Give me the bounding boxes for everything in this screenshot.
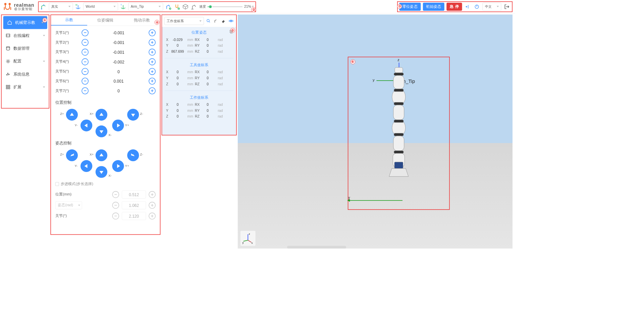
joint-minus-button[interactable]: − (82, 29, 89, 36)
language-select[interactable]: 中文 (482, 3, 501, 11)
joint-minus-button[interactable]: − (82, 78, 89, 85)
step-label: 关节(°) (55, 214, 85, 218)
tab-2[interactable]: 拖动示教 (124, 15, 160, 26)
sidebar-item-3[interactable]: 配置 (2, 55, 49, 68)
joint-minus-button[interactable]: − (82, 58, 89, 65)
joint-minus-button[interactable]: − (82, 68, 89, 75)
joint-minus-button[interactable]: − (82, 87, 89, 94)
teach-tabs: 示教位姿编辑拖动示教 (51, 15, 160, 26)
step-minus-button[interactable]: − (112, 202, 119, 209)
coord-frame-select[interactable]: 工作坐标系 (164, 17, 204, 25)
joint-value: 0 (91, 69, 146, 74)
pose-z-minus[interactable] (127, 149, 139, 161)
step-label-select[interactable]: 姿态(rad) (55, 201, 82, 209)
sidebar-item-0[interactable]: 机械臂示教 (3, 16, 47, 29)
svg-rect-15 (6, 87, 8, 89)
robot-gray-icon[interactable] (191, 3, 198, 10)
robot-small-icon[interactable] (213, 18, 219, 24)
step-minus-button[interactable]: − (112, 191, 119, 198)
step-mode-label: 步进模式(步长选择) (61, 182, 93, 186)
joint-plus-button[interactable]: + (149, 29, 156, 36)
world-frame-select[interactable]: World (83, 3, 118, 11)
coord-row: X0mm RX0rad (165, 69, 233, 75)
joint-plus-button[interactable]: + (149, 68, 156, 75)
step-plus-button[interactable]: + (149, 213, 156, 220)
pos-y-minus[interactable] (80, 120, 92, 131)
joint-plus-button[interactable]: + (149, 58, 156, 65)
step-plus-button[interactable]: + (149, 202, 156, 209)
mode-select-value: 真实 (51, 4, 58, 9)
joint-plus-button[interactable]: + (149, 87, 156, 94)
nav-icon (5, 58, 11, 64)
pos-x-minus[interactable] (96, 126, 107, 137)
tool-frame-icon[interactable]: T (120, 3, 127, 10)
coord-panel: 工作坐标系 ⑤ 位置姿态 X-0.029mm RX0rad Y0mm RY0ra… (162, 14, 237, 135)
cube-icon[interactable] (182, 3, 189, 10)
pos-z-plus[interactable] (66, 109, 78, 121)
pose-x-minus[interactable] (96, 166, 107, 178)
step-mode-checkbox[interactable]: 步进模式(步长选择) (51, 179, 160, 189)
sidebar-item-1[interactable]: 在线编程 (2, 29, 49, 42)
sidebar-item-4[interactable]: 系统信息 (2, 68, 49, 81)
pos-z-minus[interactable] (127, 109, 139, 121)
axis-gizmo[interactable]: z y x (240, 231, 256, 246)
horizontal-scrollbar[interactable] (287, 246, 346, 249)
annotation-3: ③ (397, 4, 402, 9)
eye-icon[interactable] (228, 18, 234, 24)
joint-minus-button[interactable]: − (82, 39, 89, 46)
init-pose-button[interactable]: 初始姿态 (423, 3, 444, 11)
zero-pose-button[interactable]: 零位姿态 (399, 3, 421, 11)
joint-plus-button[interactable]: + (149, 49, 156, 56)
robot-status-icon[interactable] (165, 3, 172, 10)
pos-y-plus[interactable] (112, 120, 124, 131)
joint-minus-button[interactable]: − (82, 49, 89, 56)
coord-row: Y0mm RY0rad (165, 75, 233, 81)
header-right-toolbar: ③ 零位姿态 初始姿态 急停 中文 (397, 1, 513, 12)
sidebar: 机械臂示教在线编程数据管理配置系统信息扩展 ① (1, 14, 49, 108)
svg-text:T: T (120, 3, 122, 6)
arm-mode-icon[interactable] (40, 3, 47, 10)
pos-x-plus[interactable] (96, 109, 107, 121)
pose-x-plus[interactable] (96, 149, 107, 161)
tool-frame-select[interactable]: Arm_Tip (128, 3, 163, 11)
joint-plus-button[interactable]: + (149, 78, 156, 85)
viewport-3d[interactable]: ⑥ Arm_Tip (238, 14, 513, 249)
copy-icon[interactable] (229, 30, 233, 34)
joint-row-7: 关节7(°) − 0 + (55, 86, 156, 96)
mode-select[interactable]: 真实 (49, 3, 73, 11)
step-value[interactable]: 2.120 (122, 212, 146, 220)
locate-icon[interactable] (206, 18, 212, 24)
pose-y-minus[interactable] (80, 160, 92, 172)
sidebar-item-2[interactable]: 数据管理 (2, 42, 49, 55)
world-frame-icon[interactable]: W (74, 3, 82, 10)
tab-0[interactable]: 示教 (51, 15, 87, 26)
tab-1[interactable]: 位姿编辑 (87, 15, 123, 26)
step-value[interactable]: 0.512 (122, 190, 146, 198)
step-plus-button[interactable]: + (149, 191, 156, 198)
joint-row-3: 关节3(°) − -0.001 + (55, 47, 156, 57)
sidebar-item-5[interactable]: 扩展 (2, 81, 49, 93)
power-icon[interactable] (473, 3, 480, 10)
svg-rect-14 (8, 85, 10, 87)
step-minus-button[interactable]: − (112, 213, 119, 220)
svg-rect-23 (393, 76, 404, 89)
nav-label: 在线编程 (13, 33, 30, 38)
connection-icon[interactable] (173, 3, 180, 10)
collapse-icon[interactable] (464, 3, 471, 10)
pose-y-plus[interactable] (112, 160, 124, 172)
estop-button[interactable]: 急停 (446, 3, 462, 11)
coord-row: X-0.029mm RX0rad (165, 37, 233, 43)
pose-z-plus[interactable] (66, 149, 78, 161)
eraser-icon[interactable] (221, 18, 227, 24)
joint-row-4: 关节4(°) − -0.002 + (55, 57, 156, 67)
joint-value: -0.002 (91, 59, 146, 64)
top-toolbar: 真实 W World T Arm_Tip 速度 21% ② (38, 1, 256, 12)
joint-plus-button[interactable]: + (149, 39, 156, 46)
joint-row-6: 关节6(°) − 0.001 + (55, 76, 156, 86)
step-value[interactable]: 1.062 (122, 201, 146, 209)
speed-slider[interactable] (208, 6, 243, 7)
nav-icon (5, 46, 11, 51)
svg-rect-28 (394, 133, 404, 136)
logout-icon[interactable] (503, 3, 511, 10)
joint-row-1: 关节1(°) − -0.001 + (55, 28, 156, 38)
